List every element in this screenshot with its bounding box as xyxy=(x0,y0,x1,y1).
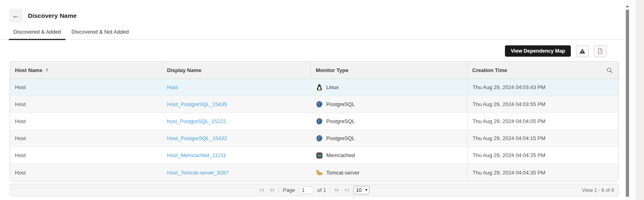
host-name-cell: Host xyxy=(10,147,162,164)
page-header: ← Discovery Name xyxy=(0,0,625,23)
display-name-cell: Host_PostgreSQL_15432 xyxy=(162,130,311,147)
display-name-cell: Host_Tomcat-server_9287 xyxy=(162,164,311,181)
monitors-table: Host Name Display Name Monitor Type Crea… xyxy=(10,61,619,181)
warning-triangle-icon xyxy=(579,48,586,55)
display-name-cell: host_PostgreSQL_15222 xyxy=(162,113,311,130)
display-name-link[interactable]: host_PostgreSQL_15222 xyxy=(167,118,226,124)
monitor-type-cell: PostgreSQL xyxy=(311,96,467,113)
creation-time-cell: Thu Aug 29, 2024 04:03:43 PM xyxy=(467,79,619,96)
pagination-controls: Page of 1 10 ▾ xyxy=(259,186,369,194)
host-name-cell: Host xyxy=(10,79,162,96)
monitor-type-cell: Linux xyxy=(311,79,467,96)
display-name-cell: Host xyxy=(162,79,311,96)
creation-time-cell: Thu Aug 29, 2024 04:04:15 PM xyxy=(467,130,619,147)
page-label: Page xyxy=(283,187,295,193)
tomcat-icon xyxy=(316,169,323,176)
sort-arrows-icon[interactable] xyxy=(45,68,49,73)
display-name-link[interactable]: Host_Tomcat-server_9287 xyxy=(167,170,228,176)
back-button[interactable]: ← xyxy=(9,9,23,23)
table-row[interactable]: Host Host Linux Thu Aug 29, 2024 04:03:4… xyxy=(10,79,619,96)
vertical-scrollbar xyxy=(625,0,630,200)
page-number-input[interactable] xyxy=(299,186,314,194)
column-header-host-name[interactable]: Host Name xyxy=(10,62,162,79)
host-name-cell: Host xyxy=(10,130,162,147)
pager-separator xyxy=(330,187,330,194)
window-edge xyxy=(635,0,644,200)
table-row[interactable]: Host Host_Memcached_11211 Memcached Thu … xyxy=(10,147,619,164)
postgresql-icon xyxy=(316,118,323,125)
host-name-cell: Host xyxy=(10,96,162,113)
display-name-cell: Host_PostgreSQL_15435 xyxy=(162,96,311,113)
export-pdf-button[interactable] xyxy=(594,45,606,57)
pager-separator xyxy=(279,187,279,194)
back-arrow-icon: ← xyxy=(12,11,20,20)
table-row[interactable]: Host host_PostgreSQL_15222 PostgreSQL Th… xyxy=(10,113,619,130)
search-icon[interactable] xyxy=(606,67,613,74)
tab-discovered-not-added[interactable]: Discovered & Not Added xyxy=(67,29,133,40)
alarms-button[interactable] xyxy=(576,45,589,57)
host-name-cell: Host xyxy=(10,164,162,181)
page-title: Discovery Name xyxy=(28,12,77,19)
creation-time-cell: Thu Aug 29, 2024 04:04:35 PM xyxy=(467,164,619,181)
table-header-row: Host Name Display Name Monitor Type Crea… xyxy=(10,62,619,79)
page-of-label: of 1 xyxy=(317,187,326,193)
display-name-link[interactable]: Host_PostgreSQL_15435 xyxy=(167,101,227,107)
creation-time-cell: Thu Aug 29, 2024 04:04:05 PM xyxy=(467,113,619,130)
creation-time-cell: Thu Aug 29, 2024 04:04:25 PM xyxy=(467,147,619,164)
first-page-icon[interactable] xyxy=(259,188,265,192)
table-row[interactable]: Host Host_PostgreSQL_15432 PostgreSQL Th… xyxy=(10,130,619,147)
display-name-link[interactable]: Host_PostgreSQL_15432 xyxy=(167,135,227,141)
monitor-type-cell: Tomcat-server xyxy=(311,164,467,181)
tab-bar: Discovered & Added Discovered & Not Adde… xyxy=(0,29,625,40)
display-name-link[interactable]: Host xyxy=(167,84,178,90)
table-row[interactable]: Host Host_Tomcat-server_9287 Tomcat-serv… xyxy=(10,164,619,181)
postgresql-icon xyxy=(316,101,323,108)
previous-page-icon[interactable] xyxy=(269,188,275,192)
column-header-creation-time: Creation Time xyxy=(467,62,619,79)
display-name-cell: Host_Memcached_11211 xyxy=(162,147,311,164)
column-header-monitor-type: Monitor Type xyxy=(311,62,467,79)
linux-icon xyxy=(316,84,323,91)
page-size-select[interactable]: 10 xyxy=(353,186,370,194)
monitor-type-cell: Memcached xyxy=(311,147,467,164)
tab-discovered-added[interactable]: Discovered & Added xyxy=(9,29,65,40)
toolbar: View Dependency Map xyxy=(0,45,606,57)
postgresql-icon xyxy=(316,135,323,142)
creation-time-cell: Thu Aug 29, 2024 04:03:55 PM xyxy=(467,96,619,113)
main-content: ← Discovery Name Discovered & Added Disc… xyxy=(0,0,625,200)
last-page-icon[interactable] xyxy=(344,188,350,192)
display-name-link[interactable]: Host_Memcached_11211 xyxy=(167,152,226,158)
next-page-icon[interactable] xyxy=(334,188,340,192)
scroll-up-arrow-icon[interactable] xyxy=(626,5,629,7)
memcached-icon xyxy=(316,152,323,159)
monitor-type-cell: PostgreSQL xyxy=(311,130,467,147)
table-row[interactable]: Host Host_PostgreSQL_15435 PostgreSQL Th… xyxy=(10,96,619,113)
scrollbar-thumb[interactable] xyxy=(626,10,629,197)
view-dependency-map-button[interactable]: View Dependency Map xyxy=(505,45,571,57)
pagination-bar: Page of 1 10 ▾ View 1 - 6 of 6 xyxy=(10,184,619,196)
view-count-label: View 1 - 6 of 6 xyxy=(582,187,614,193)
monitor-type-cell: PostgreSQL xyxy=(311,113,467,130)
column-header-display-name: Display Name xyxy=(162,62,311,79)
host-name-cell: Host xyxy=(10,113,162,130)
pdf-document-icon xyxy=(597,48,604,55)
